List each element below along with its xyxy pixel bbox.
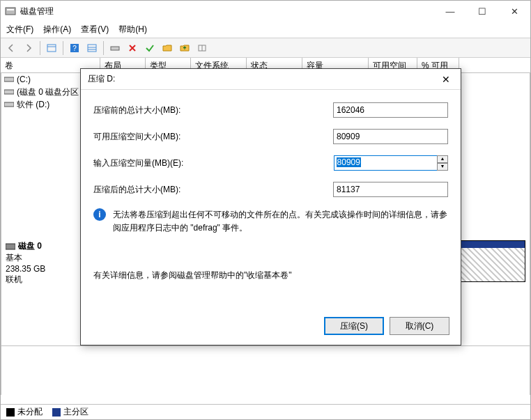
legend-unallocated: 未分配 xyxy=(6,406,43,418)
field-available: 可用压缩空间大小(MB): xyxy=(93,129,448,144)
drive-icon xyxy=(4,100,14,109)
info-message: i 无法将卷压缩到超出任何不可移动的文件所在的点。有关完成该操作时间的详细信息，… xyxy=(93,208,448,235)
partition-stripe xyxy=(459,241,525,248)
menu-action[interactable]: 操作(A) xyxy=(43,24,71,36)
field-shrink-amount: 输入压缩空间量(MB)(E): 80909 ▲ ▼ xyxy=(93,155,448,171)
field-total-before: 压缩前的总计大小(MB): xyxy=(93,102,448,118)
svg-rect-0 xyxy=(6,8,15,15)
dialog-title: 压缩 D: xyxy=(81,69,461,90)
shrink-dialog: 压缩 D: ✕ 压缩前的总计大小(MB): 可用压缩空间大小(MB): 输入压缩… xyxy=(80,68,461,345)
partition-hatch xyxy=(459,248,525,281)
info-icon: i xyxy=(93,208,106,221)
window-controls: — ☐ ✕ xyxy=(434,1,530,22)
svg-rect-2 xyxy=(47,45,56,52)
value-total-before xyxy=(333,102,448,118)
disk-info: 磁盘 0 基本 238.35 GB 联机 xyxy=(1,236,82,345)
toolbar-separator xyxy=(103,41,104,55)
toolbar-separator xyxy=(63,41,63,55)
svg-rect-14 xyxy=(4,102,14,107)
svg-rect-6 xyxy=(88,45,96,52)
label-shrink-amount: 输入压缩空间量(MB)(E): xyxy=(93,157,239,169)
menu-bar: 文件(F) 操作(A) 查看(V) 帮助(H) xyxy=(1,22,530,38)
svg-rect-12 xyxy=(4,77,14,81)
info-text: 无法将卷压缩到超出任何不可移动的文件所在的点。有关完成该操作时间的详细信息，请参… xyxy=(113,208,448,235)
back-button[interactable] xyxy=(3,40,19,56)
minimize-button[interactable]: — xyxy=(434,1,466,22)
menu-file[interactable]: 文件(F) xyxy=(6,24,33,36)
dialog-body: 压缩前的总计大小(MB): 可用压缩空间大小(MB): 输入压缩空间量(MB)(… xyxy=(81,90,461,281)
toolbar: ? xyxy=(1,38,530,58)
menu-view[interactable]: 查看(V) xyxy=(81,24,109,36)
folder-up-button[interactable] xyxy=(177,40,192,56)
title-bar: 磁盘管理 — ☐ ✕ xyxy=(1,1,530,22)
toolbar-separator xyxy=(40,41,40,55)
spacer xyxy=(1,346,530,395)
check-button[interactable] xyxy=(142,40,157,56)
shrink-button[interactable]: 压缩(S) xyxy=(324,317,384,335)
volume-name: 软件 (D:) xyxy=(17,99,49,111)
disk-mgmt-icon xyxy=(5,6,16,17)
legend: 未分配 主分区 xyxy=(1,404,530,419)
legend-swatch-black xyxy=(6,408,15,417)
shrink-amount-input[interactable] xyxy=(334,155,441,171)
value-available xyxy=(333,129,448,144)
svg-rect-9 xyxy=(111,47,119,50)
field-total-after: 压缩后的总计大小(MB): xyxy=(93,182,448,197)
disk-name: 磁盘 0 xyxy=(6,240,77,252)
legend-swatch-blue xyxy=(52,408,61,417)
volume-name: (C:) xyxy=(17,75,31,84)
disk-size: 238.35 GB xyxy=(6,264,77,274)
label-available: 可用压缩空间大小(MB): xyxy=(93,131,238,143)
disk-kind: 基本 xyxy=(6,252,77,264)
legend-primary: 主分区 xyxy=(52,406,88,418)
menu-help[interactable]: 帮助(H) xyxy=(118,24,147,36)
delete-button[interactable] xyxy=(125,40,140,56)
dialog-close-button[interactable]: ✕ xyxy=(431,69,461,90)
view-button[interactable] xyxy=(44,40,59,56)
maximize-button[interactable]: ☐ xyxy=(466,1,498,22)
label-total-before: 压缩前的总计大小(MB): xyxy=(93,104,238,116)
help-text: 有关详细信息，请参阅磁盘管理帮助中的"收缩基本卷" xyxy=(93,270,448,281)
svg-rect-1 xyxy=(7,9,14,10)
value-total-after xyxy=(333,182,448,197)
svg-rect-15 xyxy=(6,244,15,249)
svg-rect-13 xyxy=(4,90,14,94)
window-title: 磁盘管理 xyxy=(20,6,434,17)
volume-name: (磁盘 0 磁盘分区 xyxy=(17,86,79,98)
grid-button[interactable] xyxy=(194,40,210,56)
disk-state: 联机 xyxy=(6,274,77,286)
svg-text:?: ? xyxy=(72,45,77,52)
spin-up-button[interactable]: ▲ xyxy=(437,155,448,163)
list-button[interactable] xyxy=(84,40,100,56)
folder-button[interactable] xyxy=(160,40,175,56)
close-button[interactable]: ✕ xyxy=(498,1,530,22)
drive-button[interactable] xyxy=(107,40,123,56)
label-total-after: 压缩后的总计大小(MB): xyxy=(93,184,238,196)
dialog-buttons: 压缩(S) 取消(C) xyxy=(324,317,449,335)
drive-icon xyxy=(4,88,14,96)
spin-down-button[interactable]: ▼ xyxy=(437,163,448,171)
help-toolbar-button[interactable]: ? xyxy=(67,40,82,56)
forward-button[interactable] xyxy=(21,40,36,56)
spinner: ▲ ▼ xyxy=(437,155,448,171)
cancel-button[interactable]: 取消(C) xyxy=(390,317,449,335)
disk-icon xyxy=(6,242,15,251)
drive-icon xyxy=(4,75,14,84)
